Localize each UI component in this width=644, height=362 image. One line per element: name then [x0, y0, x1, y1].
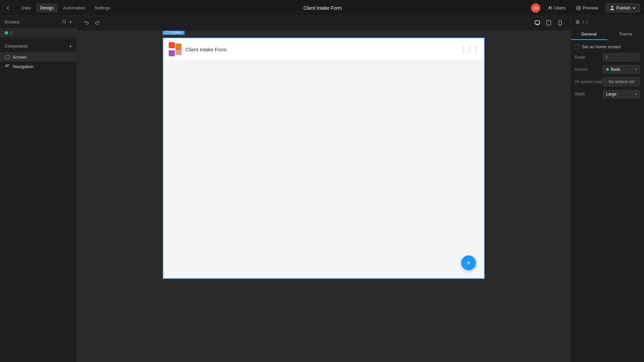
tablet-icon — [546, 20, 551, 25]
tab-settings[interactable]: Settings — [91, 3, 114, 12]
undo-button[interactable] — [83, 19, 91, 27]
fab-button[interactable]: + — [461, 255, 476, 270]
no-actions-button[interactable]: No actions set — [603, 77, 640, 86]
screens-section-header: Screens + — [0, 16, 77, 28]
app-header-menu-button[interactable]: ⋮⋮⋮ — [461, 46, 479, 53]
screens-label: Screens — [5, 20, 19, 24]
sidebar-divider — [0, 39, 77, 39]
screen-frame-wrapper: Screen Client Intake For — [163, 38, 485, 279]
nav-tabs: Data Design Automation Settings — [17, 3, 114, 12]
on-screen-load-row: On screen load No actions set — [575, 77, 640, 86]
width-chevron-icon: ▾ — [635, 93, 637, 96]
svg-point-0 — [549, 6, 550, 8]
undo-redo-group — [83, 19, 101, 27]
canvas-scroll[interactable]: Screen Client Intake For — [77, 31, 570, 362]
route-label: Route — [575, 55, 585, 60]
access-row: Access Basic ▾ — [575, 65, 640, 73]
svg-rect-5 — [535, 21, 540, 24]
logo-square-red — [169, 42, 175, 48]
components-section-header: Components + — [0, 40, 77, 52]
canvas-toolbar — [77, 16, 570, 31]
tab-design[interactable]: Design — [36, 3, 57, 12]
panel-breadcrumb-separator: / — [583, 20, 584, 25]
svg-rect-10 — [166, 31, 169, 34]
svg-point-9 — [560, 24, 560, 24]
search-icon — [62, 19, 66, 24]
tab-automation[interactable]: Automation — [59, 3, 89, 12]
logo-square-purple — [169, 50, 175, 56]
app-logo — [169, 42, 181, 56]
set-home-row: Set as home screen — [575, 44, 640, 49]
back-button[interactable] — [4, 4, 12, 12]
access-value: Basic — [611, 67, 621, 72]
panel-breadcrumb-area: / / — [571, 16, 644, 29]
redo-icon — [95, 20, 99, 25]
canvas-area: Screen Client Intake For — [77, 16, 570, 362]
desktop-view-button[interactable] — [533, 19, 542, 28]
desktop-icon — [535, 20, 540, 25]
mobile-icon — [557, 20, 563, 25]
access-chevron-icon: ▾ — [635, 68, 637, 71]
preview-icon — [576, 6, 581, 10]
screen-list-item-home[interactable]: / — [0, 28, 77, 37]
navigation-component-icon — [5, 64, 10, 69]
publish-button[interactable]: Publish — [605, 3, 640, 12]
width-row: Width Large ▾ — [575, 90, 640, 98]
panel-tab-general[interactable]: General — [571, 29, 607, 40]
svg-point-7 — [548, 24, 549, 24]
component-item-navigation[interactable]: Navigation — [0, 62, 77, 71]
panel-home-icon — [575, 19, 580, 25]
view-mode-group — [533, 19, 565, 28]
width-label: Width — [575, 92, 585, 97]
logo-square-red2 — [175, 49, 181, 55]
tab-data[interactable]: Data — [17, 3, 35, 12]
app-header-title: Client Intake Form — [185, 47, 227, 52]
panel-content: Set as home screen Route Access Basic ▾ — [571, 40, 644, 102]
route-input[interactable] — [603, 53, 640, 61]
components-label: Components — [5, 44, 28, 49]
svg-point-1 — [551, 6, 552, 8]
canvas-body — [163, 61, 484, 278]
panel-tab-theme[interactable]: Theme — [607, 29, 644, 40]
width-value: Large — [606, 92, 616, 97]
route-row: Route — [575, 53, 640, 61]
nav-right: JD Users Preview Publish — [531, 3, 640, 13]
svg-marker-3 — [578, 7, 580, 9]
home-icon — [575, 19, 580, 24]
top-nav: Data Design Automation Settings Client I… — [0, 0, 644, 16]
undo-icon — [85, 20, 89, 25]
screen-component-icon — [5, 54, 10, 60]
main-layout: Screens + / Components + Screen — [0, 16, 644, 362]
mobile-view-button[interactable] — [555, 19, 565, 28]
set-home-label: Set as home screen — [582, 44, 621, 49]
page-title: Client Intake Form — [117, 5, 528, 11]
users-button[interactable]: Users — [544, 4, 569, 12]
screen-frame[interactable]: Client Intake Form ⋮⋮⋮ + — [163, 38, 485, 279]
access-status-dot — [606, 68, 609, 71]
users-icon — [548, 6, 552, 10]
access-label: Access — [575, 67, 588, 72]
panel-breadcrumb-value: / — [587, 20, 588, 25]
screens-add-button[interactable]: + — [69, 19, 72, 25]
access-select[interactable]: Basic ▾ — [603, 65, 640, 73]
left-sidebar: Screens + / Components + Screen — [0, 16, 77, 362]
avatar: JD — [531, 3, 540, 13]
screen-active-dot — [5, 31, 8, 35]
preview-button[interactable]: Preview — [573, 4, 601, 12]
publish-icon — [610, 6, 614, 10]
screen-tag-icon — [165, 31, 169, 34]
screens-search-button[interactable] — [62, 19, 66, 25]
screen-tag: Screen — [163, 31, 184, 35]
on-screen-load-label: On screen load — [575, 79, 602, 84]
right-panel: / / General Theme Set as home screen Rou… — [570, 16, 644, 362]
component-item-screen[interactable]: Screen — [0, 52, 77, 62]
tablet-view-button[interactable] — [544, 19, 553, 28]
set-home-checkbox[interactable] — [575, 45, 579, 49]
components-add-button[interactable]: + — [69, 44, 72, 49]
app-header: Client Intake Form ⋮⋮⋮ — [163, 38, 484, 61]
redo-button[interactable] — [93, 19, 101, 27]
width-select[interactable]: Large ▾ — [603, 90, 640, 98]
panel-tabs: General Theme — [571, 29, 644, 40]
chevron-down-icon — [632, 6, 636, 10]
